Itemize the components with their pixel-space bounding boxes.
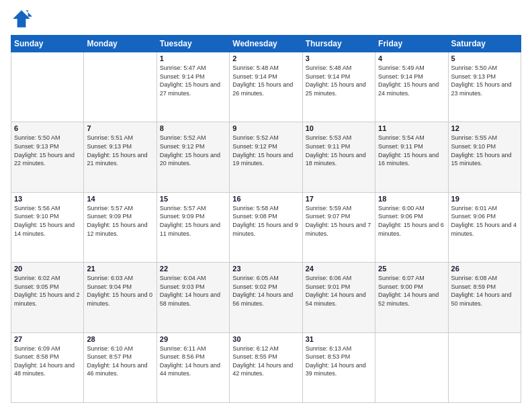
- logo: [11, 8, 35, 30]
- day-info: Sunrise: 6:08 AMSunset: 8:59 PMDaylight:…: [451, 274, 518, 308]
- calendar-cell: 19Sunrise: 6:01 AMSunset: 9:06 PMDayligh…: [448, 192, 521, 262]
- calendar-cell: 3Sunrise: 5:48 AMSunset: 9:14 PMDaylight…: [302, 52, 375, 122]
- calendar-cell: 13Sunrise: 5:56 AMSunset: 9:10 PMDayligh…: [11, 192, 84, 262]
- day-number: 3: [306, 54, 372, 62]
- day-header-wednesday: Wednesday: [230, 36, 302, 52]
- day-header-monday: Monday: [84, 36, 157, 52]
- day-number: 15: [160, 195, 226, 203]
- calendar-cell: 31Sunrise: 6:13 AMSunset: 8:53 PMDayligh…: [302, 332, 375, 402]
- day-number: 27: [14, 335, 81, 343]
- day-info: Sunrise: 5:51 AMSunset: 9:13 PMDaylight:…: [87, 134, 153, 167]
- calendar-table: SundayMondayTuesdayWednesdayThursdayFrid…: [11, 35, 521, 403]
- day-info: Sunrise: 6:03 AMSunset: 9:04 PMDaylight:…: [87, 274, 153, 308]
- day-info: Sunrise: 5:53 AMSunset: 9:11 PMDaylight:…: [306, 134, 372, 167]
- calendar-cell: 15Sunrise: 5:57 AMSunset: 9:09 PMDayligh…: [157, 192, 229, 262]
- day-info: Sunrise: 5:57 AMSunset: 9:09 PMDaylight:…: [87, 204, 153, 238]
- day-header-tuesday: Tuesday: [157, 36, 229, 52]
- day-number: 1: [160, 54, 226, 62]
- header: [11, 8, 521, 30]
- day-header-saturday: Saturday: [448, 36, 521, 52]
- week-row-5: 27Sunrise: 6:09 AMSunset: 8:58 PMDayligh…: [11, 332, 521, 402]
- day-info: Sunrise: 5:50 AMSunset: 9:13 PMDaylight:…: [14, 134, 81, 167]
- day-header-thursday: Thursday: [302, 36, 375, 52]
- day-info: Sunrise: 6:07 AMSunset: 9:00 PMDaylight:…: [378, 274, 445, 308]
- calendar-cell: [11, 52, 84, 122]
- calendar-cell: 25Sunrise: 6:07 AMSunset: 9:00 PMDayligh…: [375, 263, 448, 332]
- week-row-3: 13Sunrise: 5:56 AMSunset: 9:10 PMDayligh…: [11, 192, 521, 262]
- day-info: Sunrise: 5:52 AMSunset: 9:12 PMDaylight:…: [160, 134, 226, 167]
- day-number: 14: [87, 195, 153, 203]
- calendar-cell: 4Sunrise: 5:49 AMSunset: 9:14 PMDaylight…: [375, 52, 448, 122]
- day-header-friday: Friday: [375, 36, 448, 52]
- day-number: 30: [232, 335, 299, 343]
- calendar-cell: 14Sunrise: 5:57 AMSunset: 9:09 PMDayligh…: [84, 192, 157, 262]
- day-number: 10: [306, 124, 372, 132]
- calendar-cell: 22Sunrise: 6:04 AMSunset: 9:03 PMDayligh…: [157, 263, 229, 332]
- logo-icon: [11, 8, 32, 30]
- week-row-1: 1Sunrise: 5:47 AMSunset: 9:14 PMDaylight…: [11, 52, 521, 122]
- day-number: 28: [87, 335, 153, 343]
- day-number: 7: [87, 124, 153, 132]
- day-info: Sunrise: 5:58 AMSunset: 9:08 PMDaylight:…: [232, 204, 299, 238]
- day-info: Sunrise: 6:09 AMSunset: 8:58 PMDaylight:…: [14, 345, 81, 378]
- day-info: Sunrise: 5:59 AMSunset: 9:07 PMDaylight:…: [306, 204, 372, 238]
- calendar-cell: 30Sunrise: 6:12 AMSunset: 8:55 PMDayligh…: [230, 332, 302, 402]
- calendar-cell: 28Sunrise: 6:10 AMSunset: 8:57 PMDayligh…: [84, 332, 157, 402]
- day-number: 17: [306, 195, 372, 203]
- day-number: 23: [232, 265, 299, 273]
- day-info: Sunrise: 5:48 AMSunset: 9:14 PMDaylight:…: [306, 64, 372, 97]
- day-number: 31: [306, 335, 372, 343]
- calendar-cell: [375, 332, 448, 402]
- calendar-cell: 16Sunrise: 5:58 AMSunset: 9:08 PMDayligh…: [230, 192, 302, 262]
- day-info: Sunrise: 6:04 AMSunset: 9:03 PMDaylight:…: [160, 274, 226, 308]
- day-info: Sunrise: 5:55 AMSunset: 9:10 PMDaylight:…: [451, 134, 518, 167]
- day-number: 20: [14, 265, 81, 273]
- day-info: Sunrise: 5:56 AMSunset: 9:10 PMDaylight:…: [14, 204, 81, 238]
- day-number: 24: [306, 265, 372, 273]
- day-number: 2: [232, 54, 299, 62]
- day-info: Sunrise: 5:49 AMSunset: 9:14 PMDaylight:…: [378, 64, 445, 97]
- day-number: 16: [232, 195, 299, 203]
- calendar-header-row: SundayMondayTuesdayWednesdayThursdayFrid…: [11, 36, 521, 52]
- page: SundayMondayTuesdayWednesdayThursdayFrid…: [0, 0, 532, 411]
- svg-marker-0: [13, 10, 30, 28]
- day-info: Sunrise: 6:11 AMSunset: 8:56 PMDaylight:…: [160, 345, 226, 378]
- calendar-cell: 24Sunrise: 6:06 AMSunset: 9:01 PMDayligh…: [302, 263, 375, 332]
- calendar-cell: 21Sunrise: 6:03 AMSunset: 9:04 PMDayligh…: [84, 263, 157, 332]
- day-info: Sunrise: 5:48 AMSunset: 9:14 PMDaylight:…: [232, 64, 299, 97]
- day-info: Sunrise: 6:00 AMSunset: 9:06 PMDaylight:…: [378, 204, 445, 238]
- week-row-2: 6Sunrise: 5:50 AMSunset: 9:13 PMDaylight…: [11, 122, 521, 192]
- day-number: 21: [87, 265, 153, 273]
- calendar-cell: 9Sunrise: 5:52 AMSunset: 9:12 PMDaylight…: [230, 122, 302, 192]
- day-info: Sunrise: 5:50 AMSunset: 9:13 PMDaylight:…: [451, 64, 518, 97]
- day-number: 9: [232, 124, 299, 132]
- day-number: 4: [378, 54, 445, 62]
- day-info: Sunrise: 6:05 AMSunset: 9:02 PMDaylight:…: [232, 274, 299, 308]
- calendar-cell: 23Sunrise: 6:05 AMSunset: 9:02 PMDayligh…: [230, 263, 302, 332]
- calendar-cell: 8Sunrise: 5:52 AMSunset: 9:12 PMDaylight…: [157, 122, 229, 192]
- day-number: 5: [451, 54, 518, 62]
- calendar-cell: 11Sunrise: 5:54 AMSunset: 9:11 PMDayligh…: [375, 122, 448, 192]
- day-number: 19: [451, 195, 518, 203]
- day-number: 11: [378, 124, 445, 132]
- calendar-cell: [84, 52, 157, 122]
- day-info: Sunrise: 5:47 AMSunset: 9:14 PMDaylight:…: [160, 64, 226, 97]
- day-info: Sunrise: 5:52 AMSunset: 9:12 PMDaylight:…: [232, 134, 299, 167]
- calendar-cell: 29Sunrise: 6:11 AMSunset: 8:56 PMDayligh…: [157, 332, 229, 402]
- day-number: 25: [378, 265, 445, 273]
- day-number: 8: [160, 124, 226, 132]
- day-info: Sunrise: 6:12 AMSunset: 8:55 PMDaylight:…: [232, 345, 299, 378]
- day-number: 12: [451, 124, 518, 132]
- calendar-cell: 18Sunrise: 6:00 AMSunset: 9:06 PMDayligh…: [375, 192, 448, 262]
- calendar-cell: 1Sunrise: 5:47 AMSunset: 9:14 PMDaylight…: [157, 52, 229, 122]
- day-number: 13: [14, 195, 81, 203]
- day-number: 29: [160, 335, 226, 343]
- day-info: Sunrise: 6:13 AMSunset: 8:53 PMDaylight:…: [306, 345, 372, 378]
- calendar-cell: 5Sunrise: 5:50 AMSunset: 9:13 PMDaylight…: [448, 52, 521, 122]
- calendar-cell: 12Sunrise: 5:55 AMSunset: 9:10 PMDayligh…: [448, 122, 521, 192]
- day-number: 18: [378, 195, 445, 203]
- day-number: 22: [160, 265, 226, 273]
- calendar-cell: 6Sunrise: 5:50 AMSunset: 9:13 PMDaylight…: [11, 122, 84, 192]
- day-header-sunday: Sunday: [11, 36, 84, 52]
- calendar-cell: 27Sunrise: 6:09 AMSunset: 8:58 PMDayligh…: [11, 332, 84, 402]
